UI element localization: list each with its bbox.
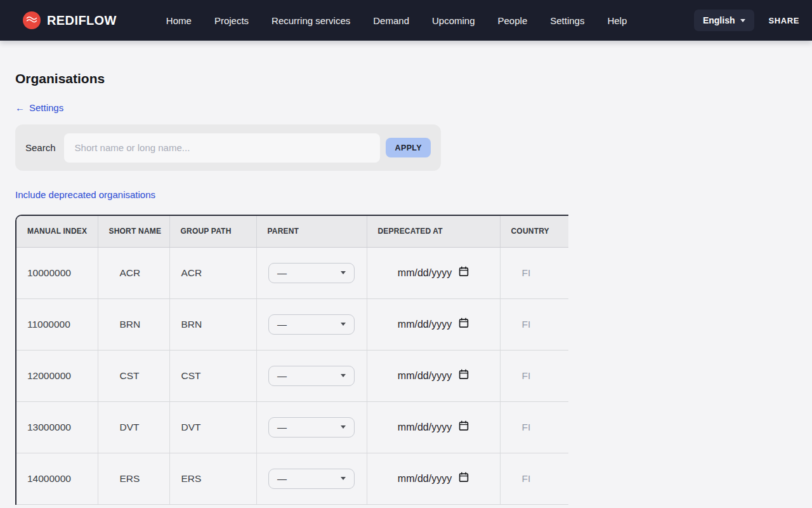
short-name-cell: DVT xyxy=(98,401,169,453)
nav-item-recurring-services[interactable]: Recurring services xyxy=(272,15,350,26)
short-name-value: ACR xyxy=(120,267,141,278)
manual-index-cell: 11000000 xyxy=(16,298,98,350)
country-cell: FI xyxy=(500,350,568,401)
nav-item-demand[interactable]: Demand xyxy=(373,15,409,26)
date-placeholder: mm/dd/yyyy xyxy=(398,473,452,485)
parent-select[interactable]: — xyxy=(268,263,355,283)
chevron-down-icon xyxy=(341,374,346,377)
short-name-value: BRN xyxy=(120,319,141,330)
parent-selected-value: — xyxy=(277,319,287,330)
calendar-icon[interactable] xyxy=(459,420,469,434)
deprecated-at-date-input[interactable]: mm/dd/yyyy xyxy=(367,266,500,279)
parent-cell: — xyxy=(256,298,367,350)
parent-select[interactable]: — xyxy=(268,417,355,438)
manual-index-cell: 10000000 xyxy=(16,247,98,298)
top-navbar: REDIFLOW Home Projects Recurring service… xyxy=(0,0,812,41)
short-name-cell: BRN xyxy=(98,298,169,350)
date-placeholder: mm/dd/yyyy xyxy=(398,319,452,330)
group-path-cell: CST xyxy=(169,350,256,401)
country-cell: FI xyxy=(500,298,568,350)
deprecated-at-date-input[interactable]: mm/dd/yyyy xyxy=(367,472,500,485)
main-nav: Home Projects Recurring services Demand … xyxy=(166,15,627,26)
navbar-right: English SHARE xyxy=(694,10,799,31)
nav-item-people[interactable]: People xyxy=(498,15,528,26)
short-name-value: DVT xyxy=(120,422,140,432)
deprecated-at-cell: mm/dd/yyyy xyxy=(367,298,500,350)
wave-icon xyxy=(26,15,37,26)
country-value: FI xyxy=(501,422,569,433)
organisations-table: MANUAL INDEX SHORT NAME GROUP PATH PAREN… xyxy=(16,216,568,505)
group-path-value: CST xyxy=(181,370,201,381)
parent-select[interactable]: — xyxy=(268,366,355,386)
nav-item-home[interactable]: Home xyxy=(166,15,192,26)
calendar-icon[interactable] xyxy=(459,369,469,382)
column-header-country: COUNTRY xyxy=(500,216,568,247)
nav-item-projects[interactable]: Projects xyxy=(214,15,249,26)
left-arrow-icon: ← xyxy=(15,102,25,113)
country-cell: FI xyxy=(500,401,568,453)
group-path-cell: ACR xyxy=(169,247,256,298)
language-label: English xyxy=(703,15,735,25)
short-name-value: ERS xyxy=(120,473,140,484)
table-row: 14000000 ERS ERS — mm/dd/yyyy xyxy=(16,453,568,504)
column-header-parent: PARENT xyxy=(256,216,367,247)
back-to-settings-link[interactable]: ← Settings xyxy=(15,102,63,113)
column-header-short-name: SHORT NAME xyxy=(98,216,169,247)
country-value: FI xyxy=(501,473,569,485)
search-input[interactable] xyxy=(64,133,381,163)
column-header-deprecated-at: DEPRECATED AT xyxy=(367,216,500,247)
calendar-icon[interactable] xyxy=(459,318,469,331)
nav-item-upcoming[interactable]: Upcoming xyxy=(432,15,475,26)
short-name-value: CST xyxy=(120,370,140,381)
parent-selected-value: — xyxy=(277,267,287,278)
deprecated-at-date-input[interactable]: mm/dd/yyyy xyxy=(367,420,500,434)
search-label: Search xyxy=(25,142,56,153)
country-cell: FI xyxy=(500,453,568,504)
language-selector[interactable]: English xyxy=(694,10,755,31)
parent-selected-value: — xyxy=(277,473,287,484)
table-body: 10000000 ACR ACR — mm/dd/yyyy xyxy=(16,247,568,504)
parent-cell: — xyxy=(256,453,367,504)
group-path-cell: BRN xyxy=(169,298,256,350)
parent-cell: — xyxy=(256,247,367,298)
parent-cell: — xyxy=(256,401,367,453)
manual-index-value: 14000000 xyxy=(27,473,71,484)
share-button[interactable]: SHARE xyxy=(768,16,799,25)
search-panel: Search APPLY xyxy=(15,124,441,171)
parent-select[interactable]: — xyxy=(268,469,355,489)
group-path-cell: ERS xyxy=(169,453,256,504)
column-header-manual-index: MANUAL INDEX xyxy=(16,216,98,247)
date-placeholder: mm/dd/yyyy xyxy=(398,370,452,382)
short-name-cell: CST xyxy=(98,350,169,401)
parent-selected-value: — xyxy=(277,370,287,381)
chevron-down-icon xyxy=(341,323,346,326)
manual-index-cell: 14000000 xyxy=(16,453,98,504)
chevron-down-icon xyxy=(341,477,346,480)
brand-name: REDIFLOW xyxy=(47,13,117,28)
brand-logo[interactable] xyxy=(23,11,41,29)
short-name-cell: ERS xyxy=(98,453,169,504)
group-path-value: ERS xyxy=(181,473,202,484)
nav-item-settings[interactable]: Settings xyxy=(550,15,584,26)
back-link-label: Settings xyxy=(29,102,63,113)
include-deprecated-link[interactable]: Include deprecated organisations xyxy=(15,189,155,200)
deprecated-at-date-input[interactable]: mm/dd/yyyy xyxy=(367,369,500,382)
manual-index-value: 12000000 xyxy=(27,370,71,381)
column-header-group-path: GROUP PATH xyxy=(169,216,256,247)
manual-index-value: 10000000 xyxy=(27,267,71,278)
calendar-icon[interactable] xyxy=(459,266,469,279)
country-cell: FI xyxy=(500,247,568,298)
chevron-down-icon xyxy=(341,425,346,429)
parent-select[interactable]: — xyxy=(268,314,355,335)
short-name-cell: ACR xyxy=(98,247,169,298)
table-row: 12000000 CST CST — mm/dd/yyyy xyxy=(16,350,568,401)
group-path-cell: DVT xyxy=(169,401,256,453)
country-value: FI xyxy=(501,370,569,382)
calendar-icon[interactable] xyxy=(459,472,469,485)
deprecated-at-date-input[interactable]: mm/dd/yyyy xyxy=(367,318,500,331)
nav-item-help[interactable]: Help xyxy=(607,15,627,26)
table-row: 11000000 BRN BRN — mm/dd/yyyy xyxy=(16,298,568,350)
country-value: FI xyxy=(501,267,569,279)
apply-button[interactable]: APPLY xyxy=(386,138,431,157)
deprecated-at-cell: mm/dd/yyyy xyxy=(367,401,500,453)
